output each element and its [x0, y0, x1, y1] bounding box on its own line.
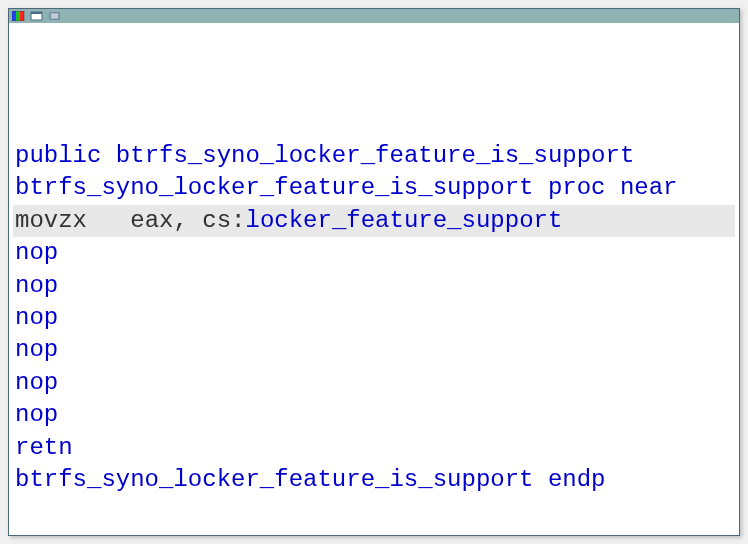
mnemonic-nop: nop: [15, 304, 58, 331]
code-line-nop[interactable]: nop: [13, 237, 735, 269]
code-line-public[interactable]: public btrfs_syno_locker_feature_is_supp…: [13, 140, 735, 172]
mnemonic-retn: retn: [15, 434, 73, 461]
color-mode-icon[interactable]: [11, 10, 27, 22]
keyword-endp: endp: [548, 466, 606, 493]
code-line-endp[interactable]: btrfs_syno_locker_feature_is_support end…: [13, 464, 735, 496]
titlebar: [9, 9, 739, 23]
code-line-nop[interactable]: nop: [13, 334, 735, 366]
symbol-name[interactable]: btrfs_syno_locker_feature_is_support: [15, 466, 533, 493]
disassembly-window: public btrfs_syno_locker_feature_is_supp…: [8, 8, 740, 536]
segment-cs: cs: [202, 207, 231, 234]
mnemonic-movzx: movzx: [15, 207, 87, 234]
code-line-nop[interactable]: nop: [13, 399, 735, 431]
code-line-nop[interactable]: nop: [13, 367, 735, 399]
mnemonic-nop: nop: [15, 272, 58, 299]
svg-rect-2: [20, 11, 24, 21]
punct-comma: ,: [173, 207, 202, 234]
code-line-proc[interactable]: btrfs_syno_locker_feature_is_support pro…: [13, 172, 735, 204]
code-line-retn[interactable]: retn: [13, 432, 735, 464]
register-eax: eax: [130, 207, 173, 234]
keyword-public: public: [15, 142, 101, 169]
symbol-name[interactable]: btrfs_syno_locker_feature_is_support: [15, 174, 533, 201]
settings-icon[interactable]: [47, 10, 63, 22]
code-line-nop[interactable]: nop: [13, 270, 735, 302]
mnemonic-nop: nop: [15, 369, 58, 396]
mnemonic-nop: nop: [15, 239, 58, 266]
svg-rect-6: [50, 13, 59, 19]
keyword-proc: proc: [548, 174, 606, 201]
code-content[interactable]: public btrfs_syno_locker_feature_is_supp…: [9, 23, 739, 498]
svg-rect-5: [31, 12, 42, 14]
keyword-near: near: [620, 174, 678, 201]
svg-rect-1: [16, 11, 20, 21]
symbol-ref[interactable]: locker_feature_support: [245, 207, 562, 234]
code-line-nop[interactable]: nop: [13, 302, 735, 334]
punct-colon: :: [231, 207, 245, 234]
folder-icon[interactable]: [29, 10, 45, 22]
symbol-name[interactable]: btrfs_syno_locker_feature_is_support: [116, 142, 634, 169]
code-line-current[interactable]: movzx eax, cs:locker_feature_support: [13, 205, 735, 237]
mnemonic-nop: nop: [15, 401, 58, 428]
svg-rect-0: [12, 11, 16, 21]
blank-area: [13, 25, 735, 140]
mnemonic-nop: nop: [15, 336, 58, 363]
